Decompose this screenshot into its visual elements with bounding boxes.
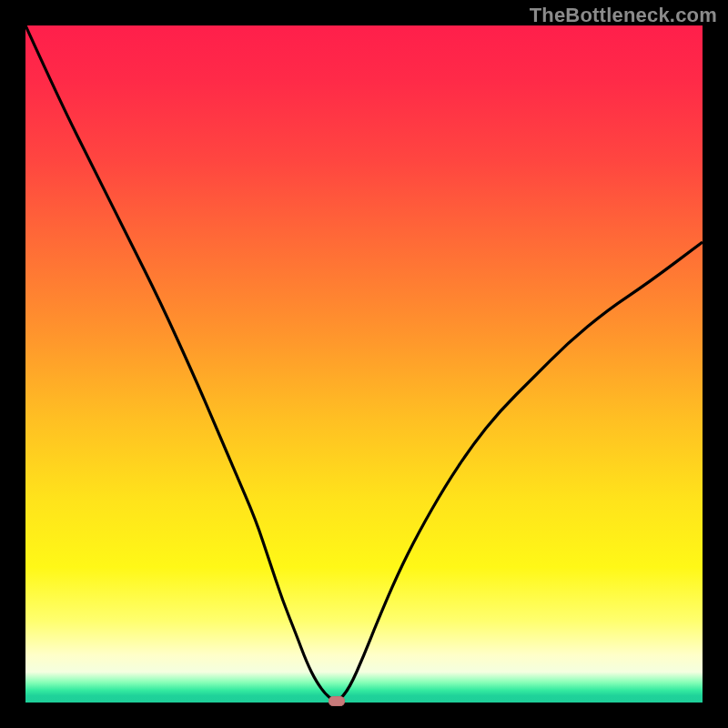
curve-path [25, 25, 703, 701]
watermark-text: TheBottleneck.com [530, 4, 717, 27]
chart-frame: TheBottleneck.com [0, 0, 728, 728]
plot-area [25, 25, 703, 703]
min-marker [329, 696, 345, 706]
bottleneck-curve [25, 25, 703, 703]
